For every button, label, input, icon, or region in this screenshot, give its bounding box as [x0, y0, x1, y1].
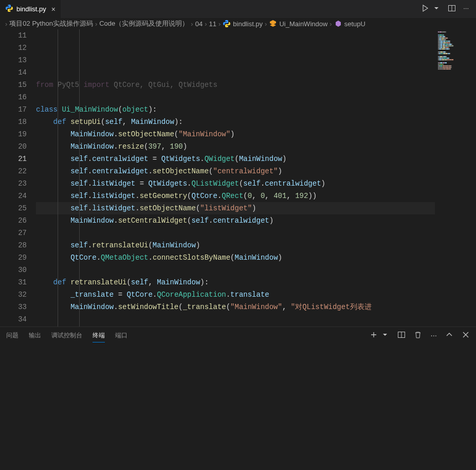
maximize-panel-icon[interactable] [445, 331, 453, 340]
line-number: 35 [0, 326, 27, 327]
line-number: 20 [0, 140, 27, 153]
breadcrumb-item[interactable]: Code（实例源码及使用说明） [99, 19, 189, 28]
code-line[interactable] [36, 91, 435, 103]
breadcrumb-separator: › [218, 20, 221, 28]
breadcrumb-separator: › [329, 20, 332, 28]
line-number: 19 [0, 128, 27, 140]
breadcrumb-separator: › [205, 20, 207, 28]
line-number: 22 [0, 165, 27, 177]
breadcrumb-item[interactable]: 项目02 Python实战操作源码 [9, 19, 93, 28]
breadcrumb-label: 11 [209, 20, 216, 28]
code-line[interactable]: MainWindow.setObjectName("MainWindow") [36, 128, 435, 140]
python-icon [5, 4, 13, 14]
code-editor[interactable]: 1112131415161718192021222324252627282930… [0, 29, 476, 327]
code-line[interactable] [36, 264, 435, 276]
tab-bindlist[interactable]: bindlist.py × [0, 0, 61, 18]
line-number: 12 [0, 42, 27, 54]
terminal-dropdown-icon[interactable] [381, 331, 389, 340]
editor-actions: ··· [421, 4, 476, 14]
line-number: 13 [0, 54, 27, 66]
line-number: 34 [0, 313, 27, 326]
breadcrumb-item[interactable]: 04 [195, 20, 203, 28]
breadcrumb-item[interactable]: 11 [209, 20, 216, 28]
panel-more-icon[interactable]: ··· [430, 331, 437, 340]
line-number: 16 [0, 91, 27, 103]
code-line[interactable]: MainWindow.setCentralWidget(self.central… [36, 214, 435, 227]
split-editor-icon[interactable] [448, 4, 456, 14]
breadcrumb-separator: › [265, 20, 267, 28]
more-actions-icon[interactable]: ··· [463, 4, 469, 14]
run-dropdown-icon[interactable] [432, 4, 441, 14]
breadcrumb-label: setupU [344, 20, 365, 28]
line-number: 11 [0, 29, 27, 42]
line-number: 33 [0, 301, 27, 313]
code-line[interactable]: from PyQt5 import QtCore, QtGui, QtWidge… [36, 79, 435, 91]
line-number: 24 [0, 190, 27, 202]
line-number: 21 [0, 153, 27, 165]
breadcrumb-label: Code（实例源码及使用说明） [99, 19, 189, 28]
code-line[interactable]: self.centralwidget = QtWidgets.QWidget(M… [36, 153, 435, 165]
code-line[interactable]: def setupUi(self, MainWindow): [36, 116, 435, 128]
minimap[interactable]: █████████████ ██████████████████████████… [435, 29, 476, 327]
kill-terminal-icon[interactable] [414, 331, 422, 340]
tab-filename: bindlist.py [16, 5, 46, 13]
code-line[interactable]: self.retranslateUi(MainWindow) [36, 239, 435, 251]
code-line[interactable]: self.listWidget.setObjectName("listWidge… [36, 202, 435, 214]
code-line[interactable] [36, 227, 435, 239]
line-number: 25 [0, 202, 27, 214]
breadcrumb-label: Ui_MainWindow [279, 20, 327, 28]
line-number: 18 [0, 116, 27, 128]
terminal-body[interactable] [0, 344, 476, 470]
breadcrumb-item[interactable]: Ui_MainWindow [269, 20, 327, 28]
panel-tab-终端[interactable]: 终端 [93, 329, 105, 342]
class-icon [269, 20, 277, 28]
line-number: 27 [0, 227, 27, 239]
breadcrumb-separator: › [191, 20, 193, 28]
close-panel-icon[interactable] [462, 331, 470, 340]
tab-bar: bindlist.py × ··· [0, 0, 476, 18]
line-number: 14 [0, 66, 27, 79]
python-icon [223, 20, 231, 28]
line-number: 32 [0, 288, 27, 301]
tab-close-icon[interactable]: × [51, 5, 56, 13]
breadcrumb-item[interactable]: bindlist.py [223, 20, 263, 28]
code-line[interactable]: self.centralwidget.setObjectName("centra… [36, 165, 435, 177]
code-line[interactable]: _translate = QtCore.QCoreApplication.tra… [36, 288, 435, 301]
code-line[interactable]: self.listWidget = QtWidgets.QListWidget(… [36, 177, 435, 190]
line-number: 26 [0, 214, 27, 227]
line-number: 30 [0, 264, 27, 276]
panel-tab-问题[interactable]: 问题 [6, 329, 19, 342]
panel-tabs: 问题输出调试控制台终端端口 ··· [0, 327, 476, 344]
line-number: 29 [0, 251, 27, 264]
code-line[interactable]: class Ui_MainWindow(object): [36, 103, 435, 116]
code-line[interactable]: def retranslateUi(self, MainWindow): [36, 276, 435, 288]
panel-actions: ··· [370, 331, 470, 340]
code-line[interactable]: from collections import OrderedDict [36, 326, 435, 327]
code-line[interactable]: QtCore.QMetaObject.connectSlotsByName(Ma… [36, 251, 435, 264]
new-terminal-icon[interactable] [370, 331, 378, 340]
breadcrumb-label: 04 [195, 20, 203, 28]
code-line[interactable]: self.listWidget.setGeometry(QtCore.QRect… [36, 190, 435, 202]
line-number: 23 [0, 177, 27, 190]
code-line[interactable]: MainWindow.resize(397, 190) [36, 140, 435, 153]
breadcrumb-separator: › [5, 20, 7, 28]
panel-tab-调试控制台[interactable]: 调试控制台 [51, 329, 82, 342]
breadcrumb-item[interactable]: setupU [334, 20, 365, 28]
breadcrumb-label: bindlist.py [233, 20, 263, 28]
bottom-panel: 问题输出调试控制台终端端口 ··· [0, 327, 476, 470]
line-number: 31 [0, 276, 27, 288]
line-number-gutter: 1112131415161718192021222324252627282930… [0, 29, 36, 327]
code-line[interactable] [36, 313, 435, 326]
breadcrumb-separator: › [95, 20, 97, 28]
breadcrumb[interactable]: ›项目02 Python实战操作源码›Code（实例源码及使用说明）›04›11… [0, 18, 476, 29]
code-content[interactable]: from PyQt5 import QtCore, QtGui, QtWidge… [36, 29, 435, 327]
split-terminal-icon[interactable] [397, 331, 406, 340]
panel-tab-端口[interactable]: 端口 [115, 329, 127, 342]
code-line[interactable]: MainWindow.setWindowTitle(_translate("Ma… [36, 301, 435, 313]
panel-tab-输出[interactable]: 输出 [29, 329, 41, 342]
run-button[interactable] [421, 4, 429, 14]
line-number: 28 [0, 239, 27, 251]
line-number: 17 [0, 103, 27, 116]
method-icon [334, 20, 342, 28]
line-number: 15 [0, 79, 27, 91]
